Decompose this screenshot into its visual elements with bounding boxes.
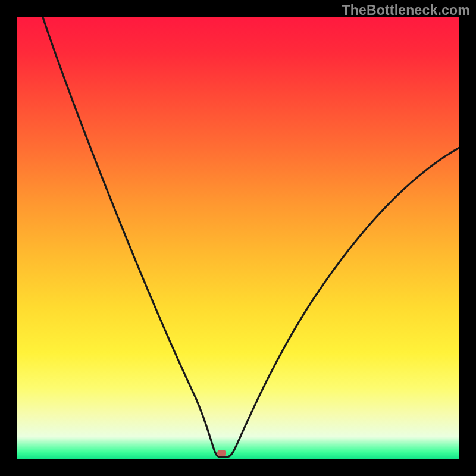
optimum-marker [217, 450, 226, 456]
chart-frame: TheBottleneck.com [0, 0, 476, 476]
bottleneck-curve [17, 17, 459, 459]
curve-path [37, 17, 459, 457]
watermark-text: TheBottleneck.com [342, 2, 470, 18]
chart-plot-area [17, 17, 459, 459]
